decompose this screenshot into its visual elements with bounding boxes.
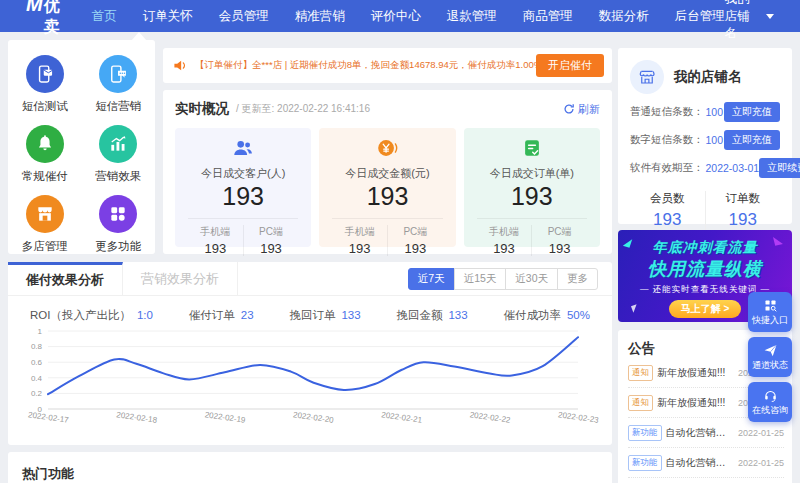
sidebar-item-label: 更多功能 bbox=[95, 239, 141, 254]
stat-recovered-amount: 挽回金额133 bbox=[396, 308, 467, 323]
svg-text:2022-02-22: 2022-02-22 bbox=[469, 410, 511, 425]
stat-card-breakdown: 手机端 193 PC端 193 bbox=[188, 218, 298, 256]
svg-text:2022-02-19: 2022-02-19 bbox=[204, 410, 246, 425]
shop-counters: 会员数 193 订单数 193 bbox=[630, 191, 780, 230]
svg-text:0.4: 0.4 bbox=[31, 374, 43, 383]
renew-button[interactable]: 立即续费 bbox=[759, 158, 800, 178]
announcement-row[interactable]: 新功能 自动化营销功能上线 2022-01-25 bbox=[628, 448, 784, 478]
channel-status-icon bbox=[763, 343, 778, 358]
recharge-button[interactable]: 立即充值 bbox=[724, 130, 780, 150]
nav-item-products[interactable]: 商品管理 bbox=[523, 8, 573, 25]
refresh-button[interactable]: 刷新 bbox=[563, 102, 600, 117]
shop-header: 我的店铺名 bbox=[630, 60, 780, 94]
mobile-value: 193 bbox=[332, 241, 387, 256]
channel-status-fab[interactable]: 通道状态 bbox=[748, 337, 792, 377]
stat-card-title: 今日成交客户(人) bbox=[175, 166, 311, 181]
quick-tools-sidebar: 短信测试 短信营销 常规催付 营销效果 多店管理 bbox=[8, 40, 155, 254]
online-service-fab[interactable]: 在线咨询 bbox=[748, 382, 792, 422]
svg-text:1: 1 bbox=[38, 327, 43, 336]
notice-badge: 通知 bbox=[628, 395, 653, 411]
nav-item-admin[interactable]: 后台管理 bbox=[675, 8, 725, 25]
tab-marketing-effect[interactable]: 营销效果分析 bbox=[123, 262, 238, 295]
main-nav: 首页 订单关怀 会员管理 精准营销 评价中心 退款管理 商品管理 数据分析 后台… bbox=[92, 8, 725, 25]
range-15d-button[interactable]: 近15天 bbox=[454, 268, 507, 290]
digital-sms-quota-row: 数字短信条数： 100 立即充值 bbox=[630, 130, 780, 150]
notice-badge: 通知 bbox=[628, 365, 653, 381]
pc-value: 193 bbox=[244, 241, 299, 256]
learn-more-button[interactable]: 马上了解 > bbox=[669, 300, 742, 318]
row-label: 软件有效期至： bbox=[630, 161, 704, 175]
orders-counter: 订单数 193 bbox=[706, 191, 781, 230]
customers-icon bbox=[232, 137, 254, 159]
realtime-overview-card: 实时概况 / 更新至: 2022-02-22 16:41:16 刷新 今日成交客… bbox=[163, 90, 612, 254]
svg-text:2022-02-20: 2022-02-20 bbox=[292, 410, 334, 425]
mobile-label: 手机端 bbox=[188, 225, 243, 239]
range-more-button[interactable]: 更多 bbox=[557, 268, 598, 290]
chevron-down-icon bbox=[766, 14, 774, 19]
sidebar-item-sms-test[interactable]: 短信测试 bbox=[8, 55, 82, 114]
realtime-title: 实时概况 bbox=[175, 100, 229, 118]
nav-item-data-analysis[interactable]: 数据分析 bbox=[599, 8, 649, 25]
stat-card-title: 今日成交订单(单) bbox=[464, 166, 600, 181]
stat-card-title: 今日成交金额(元) bbox=[319, 166, 455, 181]
pc-label: PC端 bbox=[532, 225, 587, 239]
realtime-header: 实时概况 / 更新至: 2022-02-22 16:41:16 刷新 bbox=[175, 100, 600, 118]
pc-value: 193 bbox=[388, 241, 443, 256]
sidebar-item-more-functions[interactable]: 更多功能 bbox=[82, 195, 156, 254]
nav-item-order-care[interactable]: 订单关怀 bbox=[143, 8, 193, 25]
new-feature-badge: 新功能 bbox=[628, 455, 662, 471]
nav-item-reviews[interactable]: 评价中心 bbox=[371, 8, 421, 25]
more-functions-grid-icon bbox=[99, 195, 137, 233]
nav-item-members[interactable]: 会员管理 bbox=[219, 8, 269, 25]
date-range-group: 近7天 近15天 近30天 更多 bbox=[409, 262, 598, 295]
tab-reminder-effect[interactable]: 催付效果分析 bbox=[8, 262, 123, 295]
stat-card-breakdown: 手机端 193 PC端 193 bbox=[332, 218, 442, 256]
nav-item-refunds[interactable]: 退款管理 bbox=[447, 8, 497, 25]
range-7d-button[interactable]: 近7天 bbox=[408, 268, 455, 290]
row-value: 100 bbox=[706, 106, 724, 118]
app-logo[interactable]: M 优卖 bbox=[26, 0, 60, 38]
pc-label: PC端 bbox=[244, 225, 299, 239]
nav-item-home[interactable]: 首页 bbox=[92, 8, 117, 25]
orders-label: 订单数 bbox=[706, 191, 781, 206]
pc-value: 193 bbox=[532, 241, 587, 256]
svg-text:2022-02-23: 2022-02-23 bbox=[557, 410, 599, 425]
stat-success-rate: 催付成功率50% bbox=[503, 308, 590, 323]
mobile-label: 手机端 bbox=[477, 225, 532, 239]
members-counter: 会员数 193 bbox=[630, 191, 706, 230]
start-reminder-button[interactable]: 开启催付 bbox=[536, 54, 604, 77]
recharge-button[interactable]: 立即充值 bbox=[724, 102, 780, 122]
dashboard-page: M 优卖 首页 订单关怀 会员管理 精准营销 评价中心 退款管理 商品管理 数据… bbox=[0, 0, 800, 483]
stat-card-value: 193 bbox=[319, 182, 455, 211]
speaker-icon bbox=[173, 58, 188, 73]
stat-card-orders: 今日成交订单(单) 193 手机端 193 PC端 193 bbox=[464, 128, 600, 247]
sidebar-item-sms-marketing[interactable]: 短信营销 bbox=[82, 55, 156, 114]
stat-roi: ROI（投入产出比）1:0 bbox=[30, 308, 153, 323]
announcement-row[interactable]: 新功能 自动化营销功能上线 2022-01-25 bbox=[628, 418, 784, 448]
row-label: 普通短信条数： bbox=[630, 105, 704, 119]
quick-entry-fab[interactable]: 快捷入口 bbox=[748, 292, 792, 332]
range-30d-button[interactable]: 近30天 bbox=[505, 268, 558, 290]
sidebar-item-multi-store[interactable]: 多店管理 bbox=[8, 195, 82, 254]
nav-item-precision-marketing[interactable]: 精准营销 bbox=[295, 8, 345, 25]
sidebar-item-label: 常规催付 bbox=[22, 169, 68, 184]
shop-account-menu[interactable]: 我的店铺名 bbox=[725, 0, 774, 42]
announcement-row[interactable]: 新功能 自动化营销功能上线 2022-01-25 bbox=[628, 478, 784, 483]
sidebar-item-label: 营销效果 bbox=[95, 169, 141, 184]
sidebar-item-payment-reminder[interactable]: 常规催付 bbox=[8, 125, 82, 184]
svg-text:2022-02-18: 2022-02-18 bbox=[116, 410, 158, 425]
sidebar-item-label: 短信测试 bbox=[22, 99, 68, 114]
chart-area: 00.20.40.60.812022-02-172022-02-182022-0… bbox=[18, 325, 602, 433]
orders-value: 193 bbox=[706, 210, 781, 230]
quick-entry-icon bbox=[763, 298, 778, 313]
svg-text:0.8: 0.8 bbox=[31, 342, 43, 351]
sms-marketing-icon bbox=[99, 55, 137, 93]
sidebar-item-marketing-effect[interactable]: 营销效果 bbox=[82, 125, 156, 184]
realtime-stat-cards: 今日成交客户(人) 193 手机端 193 PC端 193 今日成交金额(元) … bbox=[175, 128, 600, 247]
logo-m-icon: M bbox=[26, 0, 43, 14]
floating-buttons: 快捷入口 通道状态 在线咨询 bbox=[748, 292, 792, 422]
row-value: 2022-03-01 bbox=[706, 162, 760, 174]
stat-recovered-orders: 挽回订单133 bbox=[289, 308, 360, 323]
sidebar-item-label: 多店管理 bbox=[22, 239, 68, 254]
effect-line-chart: 00.20.40.60.812022-02-172022-02-182022-0… bbox=[18, 325, 602, 429]
